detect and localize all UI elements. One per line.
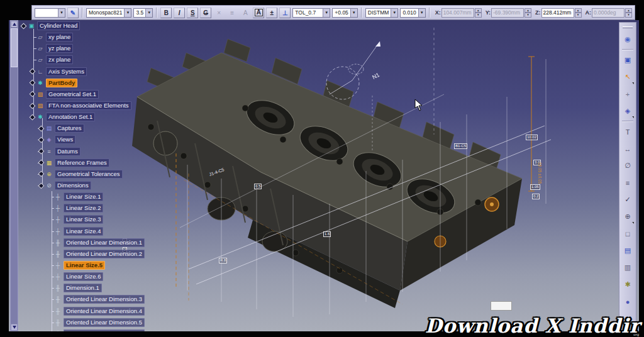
tree-item-axis-systems[interactable]: ∟ Axis Systems	[19, 66, 180, 77]
bold-button[interactable]: B	[160, 8, 172, 18]
dimension-label[interactable]: 0.5	[254, 184, 262, 189]
capture-icon[interactable]: ▤	[621, 242, 635, 259]
tree-item-dimensions[interactable]: ⊘ Dimensions	[19, 180, 180, 191]
camera-icon[interactable]: ▣	[621, 52, 635, 69]
italic-button[interactable]: I	[174, 8, 185, 18]
tree-item-linear-size-4[interactable]: ┼ Linear Size.4	[19, 226, 180, 237]
y-input[interactable]: -69.390mm	[491, 8, 524, 18]
paintbrush-button[interactable]: ✎	[67, 8, 79, 18]
x-input[interactable]: 104.007mm	[441, 8, 474, 18]
tree-item-linear-size-3[interactable]: ┼ Linear Size.3	[19, 214, 180, 225]
chevron-down-icon[interactable]: ▾	[323, 9, 330, 17]
dim-precision-combo[interactable]: 0.010 ▾	[400, 8, 425, 18]
sketch-tracer-icon[interactable]: ◉	[621, 31, 635, 48]
tree-item-linear-size-5[interactable]: ┼ Linear Size.5	[19, 260, 180, 271]
dimension-label[interactable]: 0.2	[532, 194, 540, 199]
font-combo[interactable]: Monospac821 ▾	[86, 8, 131, 18]
expand-icon[interactable]	[38, 148, 45, 155]
layers-icon[interactable]: ▥	[621, 259, 635, 276]
collapse-icon[interactable]	[30, 114, 36, 120]
dimension-icon[interactable]: ↔	[621, 140, 635, 157]
tree-item-datums[interactable]: ≡ Datums	[19, 146, 180, 157]
x-spinner[interactable]: ▴▾	[475, 8, 482, 18]
expand-icon[interactable]	[38, 171, 45, 177]
align-button[interactable]: ≡	[226, 8, 238, 18]
tree-item-geometrical-tolerances[interactable]: ⊕ Geometrical Tolerances	[19, 168, 180, 180]
tree-item-oriented-linear-dimension-5[interactable]: ╫ Oriented Linear Dimension.5	[19, 317, 180, 328]
dimension-label[interactable]: 1.05	[530, 184, 540, 190]
tree-item-views[interactable]: ◈ Views	[19, 134, 180, 145]
text-annotation-icon[interactable]: T	[621, 123, 635, 140]
select-arrow-icon[interactable]: ↖	[621, 69, 635, 86]
y-spinner[interactable]: ▴▾	[525, 8, 531, 18]
z-spinner[interactable]: ▴▾	[575, 8, 582, 18]
tree-item-oriented-linear-dimension-1[interactable]: ╫ Oriented Linear Dimension.1	[19, 237, 180, 248]
settings-icon[interactable]: ●	[621, 293, 635, 310]
underline-button[interactable]: S	[187, 8, 198, 18]
gears-icon[interactable]: ✱	[621, 276, 635, 293]
chevron-down-icon[interactable]: ▾	[350, 9, 357, 17]
expand-icon[interactable]	[38, 160, 45, 166]
z-input[interactable]: 228.412mm	[541, 8, 574, 18]
check-icon[interactable]: ✓	[621, 191, 635, 208]
tree-item-linear-size-6[interactable]: ┼ Linear Size.6	[19, 271, 180, 282]
datum-stack-icon[interactable]: ≡	[621, 174, 635, 191]
anchor-point-button[interactable]: ⊥	[279, 8, 291, 18]
dimension-label[interactable]: B1-C5	[454, 143, 467, 149]
tree-item-oriented-linear-dimension-6[interactable]: ╫ Oriented Linear Dimension.6	[19, 328, 180, 331]
pan-icon[interactable]: +	[621, 86, 635, 102]
dimension-label[interactable]: R.8	[219, 258, 227, 263]
tree-item-yz-plane[interactable]: ▱ yz plane	[19, 43, 180, 54]
clear-format-button[interactable]: ×	[213, 8, 225, 18]
chevron-down-icon[interactable]: ▾	[58, 9, 65, 17]
expand-icon[interactable]	[30, 91, 36, 97]
chevron-down-icon[interactable]: ▾	[124, 9, 131, 17]
expand-icon[interactable]	[30, 69, 36, 75]
datum-target-icon[interactable]: ⊕	[621, 208, 635, 225]
tree-item-oriented-linear-dimension-2[interactable]: ╫ Oriented Linear Dimension.2	[19, 248, 180, 260]
tree-item-dimension-1[interactable]: ╫ Dimension.1	[19, 282, 180, 294]
tree-item-linear-size-1[interactable]: ┼ Linear Size.1	[19, 191, 180, 202]
tree-item-reference-frames[interactable]: ▦ Reference Frames	[19, 157, 180, 168]
frame-icon[interactable]: □	[621, 225, 635, 242]
frame-type-button[interactable]: A	[253, 8, 264, 18]
chevron-down-icon[interactable]: ▾	[391, 9, 397, 17]
style-combo[interactable]: ▾	[35, 8, 65, 18]
expand-icon[interactable]	[38, 137, 45, 143]
scroll-thumb[interactable]	[11, 28, 18, 67]
expand-icon[interactable]	[38, 125, 45, 131]
diameter-icon[interactable]: ∅	[621, 157, 635, 174]
scroll-up-button[interactable]	[11, 21, 18, 28]
tree-item-geometrical-set[interactable]: ▧ Geometrical Set.1	[19, 89, 180, 100]
font-color-button[interactable]: A	[240, 8, 251, 18]
angle-input[interactable]: 0.000deg	[592, 8, 625, 18]
expand-icon[interactable]	[30, 80, 36, 86]
strikethrough-button[interactable]: G	[200, 8, 211, 18]
tree-item-xy-plane[interactable]: ▱ xy plane	[19, 31, 180, 43]
tree-item-oriented-linear-dimension-3[interactable]: ╫ Oriented Linear Dimension.3	[19, 294, 180, 305]
dim-format-combo[interactable]: DISTMM ▾	[365, 8, 399, 18]
tree-scrollbar[interactable]	[10, 20, 18, 331]
tolerance-button[interactable]: ±	[266, 8, 277, 18]
font-size-combo[interactable]: 3.5 ▾	[133, 8, 153, 18]
tree-item-fta-elements[interactable]: ▧ FTA non-associative Elements	[19, 100, 180, 111]
upper-tolerance-combo[interactable]: +0.05 ▾	[332, 8, 358, 18]
3d-viewport[interactable]: N1 J1-4-C5 10.02 3.0 1.05 0.2 B1-C5 0.5 …	[9, 20, 639, 331]
tree-item-linear-size-2[interactable]: ┼ Linear Size.2	[19, 202, 180, 214]
vertical-dimension-label[interactable]: 19.05 ±0.05	[538, 162, 542, 184]
tree-item-oriented-linear-dimension-4[interactable]: ╫ Oriented Linear Dimension.4	[19, 306, 180, 317]
tree-item-annotation-set[interactable]: ✱ Annotation Set.1	[19, 111, 180, 123]
tree-item-zx-plane[interactable]: ▱ zx plane	[19, 54, 180, 65]
tolerance-combo[interactable]: TOL_0.7 ▾	[292, 8, 330, 18]
expand-icon[interactable]	[30, 102, 36, 109]
chevron-down-icon[interactable]: ▾	[418, 9, 425, 17]
chevron-down-icon[interactable]: ▾	[145, 9, 152, 17]
dimension-label[interactable]: 10.02	[526, 135, 538, 140]
angle-spinner[interactable]: ▴▾	[625, 8, 632, 18]
dimension-label[interactable]: 1.6	[323, 231, 331, 237]
scroll-down-button[interactable]	[11, 324, 18, 331]
expand-icon[interactable]	[21, 23, 27, 29]
tree-item-cylinder-head[interactable]: ▣ Cylinder Head	[19, 20, 180, 31]
tree-item-captures[interactable]: ▤ Captures	[19, 123, 180, 134]
collapse-icon[interactable]	[38, 182, 45, 189]
